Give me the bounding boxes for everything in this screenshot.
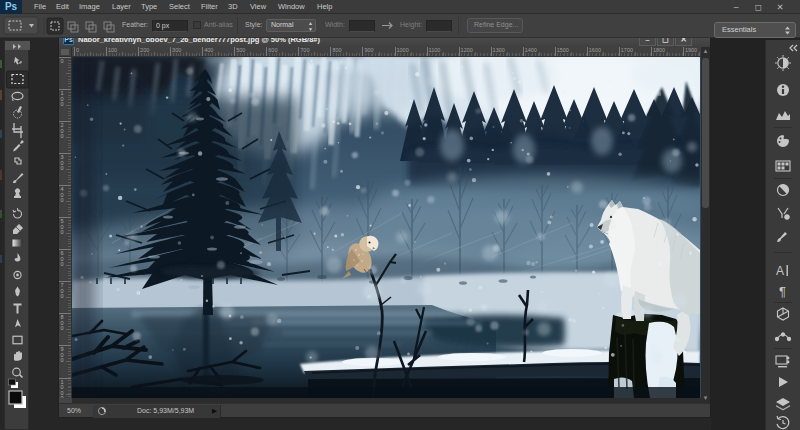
svg-text:¶: ¶ [779,284,786,299]
svg-text:A: A [776,264,784,278]
